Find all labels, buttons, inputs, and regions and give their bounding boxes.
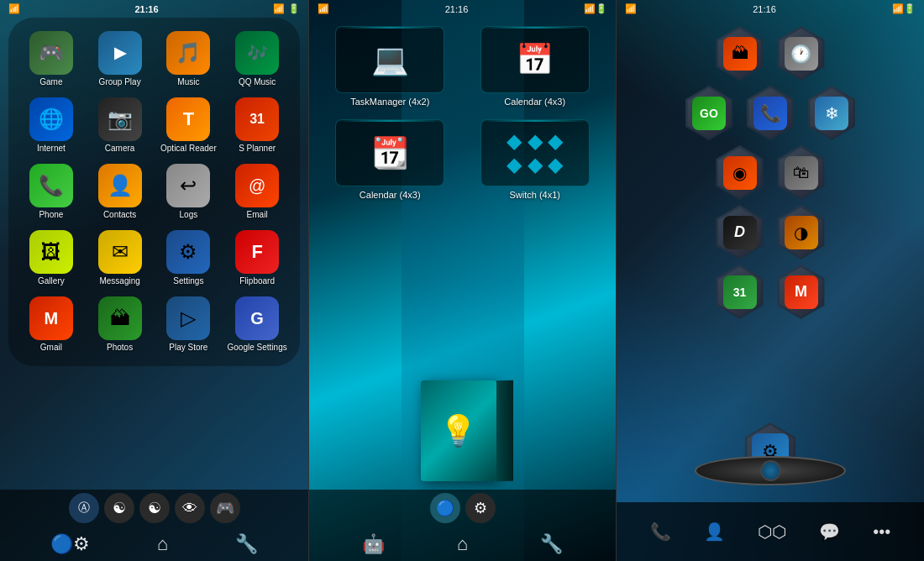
widget-taskmanager[interactable]: 💻 TaskManager (4x2) (335, 26, 444, 107)
dock-row-2: 🔵 ⚙ (309, 490, 616, 527)
nav-back-1[interactable]: 🔵⚙ (50, 533, 90, 555)
dock-icon-game[interactable]: 🎮 (210, 493, 240, 523)
dock-icon-a[interactable]: Ⓐ (69, 493, 99, 523)
app-item-splanner[interactable]: 31 S Planner (224, 94, 290, 157)
p3-nav-messages[interactable]: 💬 (819, 522, 840, 542)
widget-label-taskmanager: TaskManager (4x2) (350, 97, 429, 107)
dock-p2-2[interactable]: ⚙ (465, 493, 496, 523)
app-item-camera[interactable]: 📷 Camera (87, 94, 153, 157)
app-icon-gallery: 🖼 (29, 230, 73, 274)
panel-hex-launcher: 📶 21:16 📶🔋 🏔 🕐 GO (617, 0, 924, 561)
turntable-disc (695, 456, 846, 485)
app-label-qqmusic: QQ Music (239, 77, 276, 87)
book-3d-widget[interactable]: 💡 (412, 376, 513, 485)
hex-app-gmail[interactable]: M (774, 265, 828, 319)
app-item-gallery[interactable]: 🖼 Gallery (18, 227, 84, 290)
app-icon-gsettings: G (235, 296, 279, 340)
app-label-logs: Logs (180, 210, 198, 220)
hex-app-calendar[interactable]: 31 (712, 265, 767, 319)
app-label-settings: Settings (173, 276, 203, 286)
p3-nav-more[interactable]: ••• (873, 522, 890, 542)
dock-icon-eye[interactable]: 👁 (175, 493, 205, 523)
hex-icon-gmail: M (785, 275, 818, 309)
signal-icon-1: 📶 (273, 3, 285, 14)
app-item-gsettings[interactable]: G Google Settings (224, 293, 290, 356)
app-icon-groupplay: ▶ (98, 31, 142, 75)
app-item-logs[interactable]: ↩ Logs (156, 160, 222, 223)
app-icon-phone: 📞 (29, 164, 73, 207)
app-icon-messaging: ✉ (98, 230, 142, 274)
app-item-flipboard[interactable]: F Flipboard (224, 227, 290, 290)
hex-app-chrome[interactable]: ◉ (712, 145, 767, 200)
hex-app-snow[interactable]: ❄ (805, 86, 859, 140)
dock-p2-1[interactable]: 🔵 (430, 493, 460, 523)
widget-container: 💻 TaskManager (4x2) 📅 Calendar (4x3) 📆 C… (309, 18, 616, 208)
app-icon-logs: ↩ (166, 164, 210, 207)
app-label-splanner: S Planner (239, 144, 276, 154)
app-item-optical[interactable]: T Optical Reader (156, 94, 222, 157)
app-item-groupplay[interactable]: ▶ Group Play (87, 28, 153, 91)
hex-row-4: D ◑ (712, 205, 828, 260)
hex-row-2: GO 📞 ❄ (682, 86, 859, 140)
hex-app-phone[interactable]: 📞 (743, 86, 798, 140)
hex-app-clock[interactable]: 🕐 (774, 26, 828, 81)
hex-icon-phone: 📞 (753, 97, 787, 130)
app-item-play[interactable]: ▷ Play Store (156, 293, 222, 356)
app-item-phone[interactable]: 📞 Phone (18, 160, 84, 223)
app-drawer-grid: 🎮 Game ▶ Group Play 🎵 Music 🎶 QQ Music 🌐… (8, 18, 300, 366)
app-label-contacts: Contacts (103, 210, 136, 220)
switch-icon: ◆ ◆ ◆◆ ◆ ◆ (507, 129, 563, 176)
app-item-messaging[interactable]: ✉ Messaging (87, 227, 153, 290)
app-item-qqmusic[interactable]: 🎶 QQ Music (224, 28, 290, 91)
hex-app-shop[interactable]: 🛍 (774, 145, 828, 200)
app-item-music[interactable]: 🎵 Music (156, 28, 222, 91)
dock-icon-2[interactable]: ☯ (139, 493, 170, 523)
widget-switch[interactable]: ◆ ◆ ◆◆ ◆ ◆ Switch (4x1) (480, 119, 590, 200)
dock-icon-1[interactable]: ☯ (104, 493, 134, 523)
app-icon-email: @ (235, 164, 279, 207)
hex-app-go[interactable]: GO (682, 86, 737, 140)
app-label-phone: Phone (39, 210, 63, 220)
hex-app-dash[interactable]: D (712, 205, 767, 260)
app-icon-photos: 🏔 (98, 296, 142, 340)
p3-nav-phone[interactable]: 📞 (650, 522, 671, 542)
calendar2-icon: 📆 (371, 135, 409, 170)
app-item-contacts[interactable]: 👤 Contacts (87, 160, 153, 223)
wifi-icon-1: 📶 (8, 3, 20, 14)
app-label-messaging: Messaging (99, 276, 139, 286)
hex-app-color[interactable]: ◑ (774, 205, 828, 260)
app-label-optical: Optical Reader (160, 144, 217, 154)
nav-buttons-1: 🔵⚙ ⌂ 🔧 (0, 527, 308, 561)
app-label-gsettings: Google Settings (228, 343, 287, 353)
hex-app-photos[interactable]: 🏔 (712, 26, 767, 81)
nav-menu-2[interactable]: 🔧 (540, 533, 563, 555)
widget-row-2: 📆 Calendar (4x3) ◆ ◆ ◆◆ ◆ ◆ Switch (4x1) (326, 119, 599, 200)
nav-back-2[interactable]: 🤖 (362, 533, 385, 555)
nav-home-1[interactable]: ⌂ (157, 533, 168, 555)
app-item-email[interactable]: @ Email (224, 160, 290, 223)
nav-home-2[interactable]: ⌂ (457, 533, 468, 555)
apps-grid: 🎮 Game ▶ Group Play 🎵 Music 🎶 QQ Music 🌐… (15, 24, 293, 359)
taskmanager-icon: 💻 (371, 42, 409, 77)
nav-menu-1[interactable]: 🔧 (235, 533, 258, 555)
p3-nav-apps[interactable]: ⬡⬡ (758, 522, 786, 542)
app-item-photos[interactable]: 🏔 Photos (87, 293, 153, 356)
widget-box-switch: ◆ ◆ ◆◆ ◆ ◆ (480, 119, 590, 186)
time-display-2: 21:16 (445, 4, 469, 14)
app-item-gmail[interactable]: M Gmail (18, 293, 84, 356)
app-label-gallery: Gallery (38, 276, 65, 286)
app-label-email: Email (247, 210, 268, 220)
app-label-flipboard: Flipboard (239, 276, 275, 286)
app-icon-game: 🎮 (29, 31, 73, 75)
app-label-gmail: Gmail (40, 343, 62, 353)
app-label-music: Music (177, 77, 199, 87)
widget-calendar1[interactable]: 📅 Calendar (4x3) (480, 26, 590, 107)
app-item-internet[interactable]: 🌐 Internet (18, 94, 84, 157)
app-icon-flipboard: F (235, 230, 279, 274)
signal-icons-1: 📶 (8, 3, 20, 14)
app-icon-internet: 🌐 (29, 97, 73, 141)
app-item-game[interactable]: 🎮 Game (18, 28, 84, 91)
app-item-settings[interactable]: ⚙ Settings (156, 227, 222, 290)
widget-calendar2[interactable]: 📆 Calendar (4x3) (335, 119, 444, 200)
p3-nav-contacts[interactable]: 👤 (704, 522, 725, 542)
